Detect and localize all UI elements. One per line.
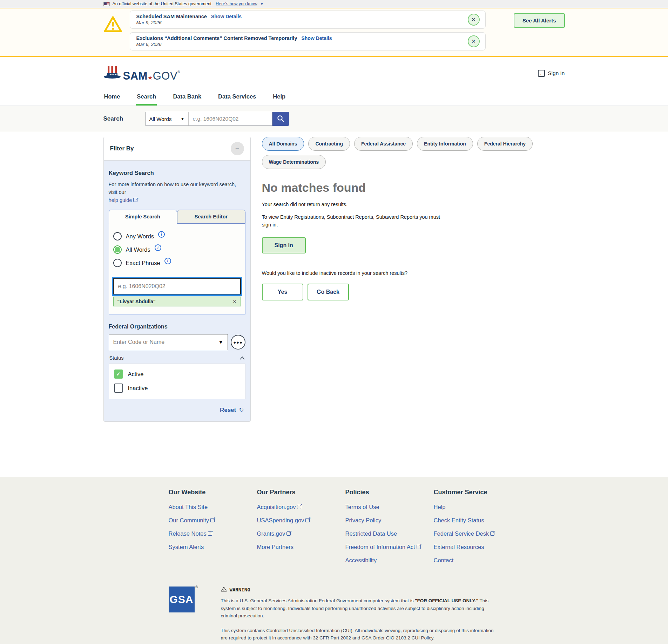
nav-item-data-services[interactable]: Data Services — [217, 90, 257, 106]
gov-banner-text: An official website of the United States… — [113, 1, 212, 6]
help-guide-link[interactable]: help guide — [109, 197, 132, 203]
chip-remove-icon[interactable]: ✕ — [233, 299, 237, 304]
keyword-help-text: For more information on how to use our k… — [109, 182, 236, 195]
footer-link-usaspending-gov[interactable]: USASpending.gov — [257, 517, 345, 524]
checkbox-inactive[interactable] — [114, 384, 123, 393]
nav-item-help[interactable]: Help — [272, 90, 286, 106]
checkbox-row-active[interactable]: ✓ Active — [114, 370, 240, 379]
reset-icon[interactable]: ↻ — [239, 406, 244, 414]
samgov-logo[interactable]: ★ ★ ★ SAM★GOV® — [103, 65, 181, 81]
checkbox-row-inactive[interactable]: Inactive — [114, 384, 240, 393]
radio-all-words[interactable] — [113, 245, 122, 254]
footer-link-external-resources[interactable]: External Resources — [434, 544, 522, 550]
footer-link-grants-gov[interactable]: Grants.gov — [257, 530, 345, 537]
alert-date: Mar 6, 2026 — [136, 42, 461, 47]
radio-any-words[interactable] — [113, 232, 122, 240]
go-back-button[interactable]: Go Back — [308, 284, 349, 300]
ellipsis-icon: ●●● — [233, 340, 243, 345]
check-icon: ✓ — [116, 371, 121, 377]
radio-exact-phrase-label: Exact Phrase — [126, 260, 160, 266]
footer-link-more-partners[interactable]: More Partners — [257, 544, 345, 550]
domain-pill-entity-information[interactable]: Entity Information — [417, 137, 473, 151]
top-search-input[interactable] — [188, 112, 272, 126]
filter-panel: Filter By − Keyword Search For more info… — [103, 137, 251, 422]
header-sign-in-link[interactable]: ← Sign In — [538, 70, 565, 77]
filter-by-title: Filter By — [110, 145, 134, 152]
how-you-know-link[interactable]: Here’s how you know — [216, 1, 257, 6]
info-icon[interactable]: i — [164, 258, 171, 264]
footer-heading: Policies — [345, 489, 434, 496]
footer-heading: Our Partners — [257, 489, 345, 496]
search-mode-select[interactable]: All Words ▼ — [146, 112, 188, 126]
reset-filters-link[interactable]: Reset — [220, 407, 236, 414]
domain-pill-wage-determinations[interactable]: Wage Determinations — [262, 155, 326, 169]
radio-any-words-label: Any Words — [126, 233, 154, 240]
main-content: Filter By − Keyword Search For more info… — [99, 132, 569, 477]
footer-link-help[interactable]: Help — [434, 504, 522, 510]
close-icon: ✕ — [471, 16, 476, 23]
site-header: ★ ★ ★ SAM★GOV® ← Sign In — [0, 57, 668, 90]
footer-link-release-notes[interactable]: Release Notes — [169, 530, 257, 537]
footer-column-customer-service: Customer Service Help Check Entity Statu… — [434, 489, 522, 570]
uncle-sam-hat-icon: ★ ★ ★ — [103, 65, 121, 81]
search-icon — [277, 115, 284, 123]
checkbox-active-label: Active — [128, 371, 144, 378]
footer-link-acquisition-gov[interactable]: Acquisition.gov — [257, 504, 345, 510]
alert-date: Mar 9, 2026 — [136, 20, 461, 25]
footer-link-system-alerts[interactable]: System Alerts — [169, 544, 257, 550]
footer-link-terms-of-use[interactable]: Terms of Use — [345, 504, 434, 510]
external-link-icon — [490, 531, 494, 536]
see-all-alerts-button[interactable]: See All Alerts — [514, 13, 565, 28]
domain-pill-federal-hierarchy[interactable]: Federal Hierarchy — [477, 137, 533, 151]
no-results-text: Your search did not return any results. — [262, 202, 565, 207]
alert-close-button[interactable]: ✕ — [468, 14, 480, 26]
gov-banner: An official website of the United States… — [0, 0, 668, 8]
minus-icon: − — [235, 145, 239, 152]
chevron-down-icon[interactable]: ▼ — [260, 2, 264, 6]
domain-pill-federal-assistance[interactable]: Federal Assistance — [354, 137, 413, 151]
domain-pill-contracting[interactable]: Contracting — [308, 137, 350, 151]
keyword-chip: "Livyar Abdulla" ✕ — [113, 297, 241, 306]
keyword-search-input[interactable] — [113, 278, 241, 294]
footer-link-contact[interactable]: Contact — [434, 557, 522, 564]
radio-exact-phrase[interactable] — [113, 259, 122, 267]
domain-pill-all-domains[interactable]: All Domains — [262, 137, 304, 151]
alert-show-details-link[interactable]: Show Details — [211, 14, 242, 19]
info-icon[interactable]: i — [158, 231, 165, 238]
external-link-icon — [417, 545, 421, 549]
warning-triangle-icon — [103, 11, 130, 34]
collapse-filters-button[interactable]: − — [231, 142, 244, 155]
gsa-logo: GSA ® — [169, 587, 195, 644]
footer-link-foia[interactable]: Freedom of Information Act — [345, 544, 434, 550]
results-area: All Domains Contracting Federal Assistan… — [262, 137, 565, 300]
footer-link-privacy-policy[interactable]: Privacy Policy — [345, 517, 434, 524]
nav-item-data-bank[interactable]: Data Bank — [172, 90, 202, 106]
alert-close-button[interactable]: ✕ — [468, 35, 480, 47]
footer-link-about-this-site[interactable]: About This Site — [169, 504, 257, 510]
alert-card: Exclusions “Additional Comments” Content… — [130, 32, 486, 50]
yes-button[interactable]: Yes — [262, 284, 303, 300]
checkbox-active[interactable]: ✓ — [114, 370, 123, 379]
footer-link-accessibility[interactable]: Accessibility — [345, 557, 434, 564]
footer-link-our-community[interactable]: Our Community — [169, 517, 257, 524]
search-submit-button[interactable] — [272, 112, 289, 126]
tab-simple-search[interactable]: Simple Search — [109, 210, 177, 224]
footer-column-our-partners: Our Partners Acquisition.gov USASpending… — [257, 489, 345, 570]
tab-search-editor[interactable]: Search Editor — [177, 210, 245, 224]
info-icon[interactable]: i — [155, 244, 161, 251]
us-flag-icon — [103, 2, 110, 6]
sign-in-icon: ← — [538, 70, 545, 77]
keyword-search-heading: Keyword Search — [109, 170, 245, 176]
checkbox-inactive-label: Inactive — [128, 385, 148, 392]
alert-title: Scheduled SAM Maintenance — [136, 14, 207, 19]
more-options-button[interactable]: ●●● — [231, 335, 245, 350]
footer-link-restricted-data-use[interactable]: Restricted Data Use — [345, 530, 434, 537]
footer-link-federal-service-desk[interactable]: Federal Service Desk — [434, 530, 522, 537]
nav-item-home[interactable]: Home — [103, 90, 121, 106]
footer-link-check-entity-status[interactable]: Check Entity Status — [434, 517, 522, 524]
alert-show-details-link[interactable]: Show Details — [301, 35, 332, 41]
nav-item-search[interactable]: Search — [136, 90, 157, 106]
sign-in-button[interactable]: Sign In — [262, 237, 306, 253]
chevron-up-icon[interactable] — [240, 355, 245, 361]
federal-org-select[interactable]: Enter Code or Name ▼ — [109, 334, 228, 350]
